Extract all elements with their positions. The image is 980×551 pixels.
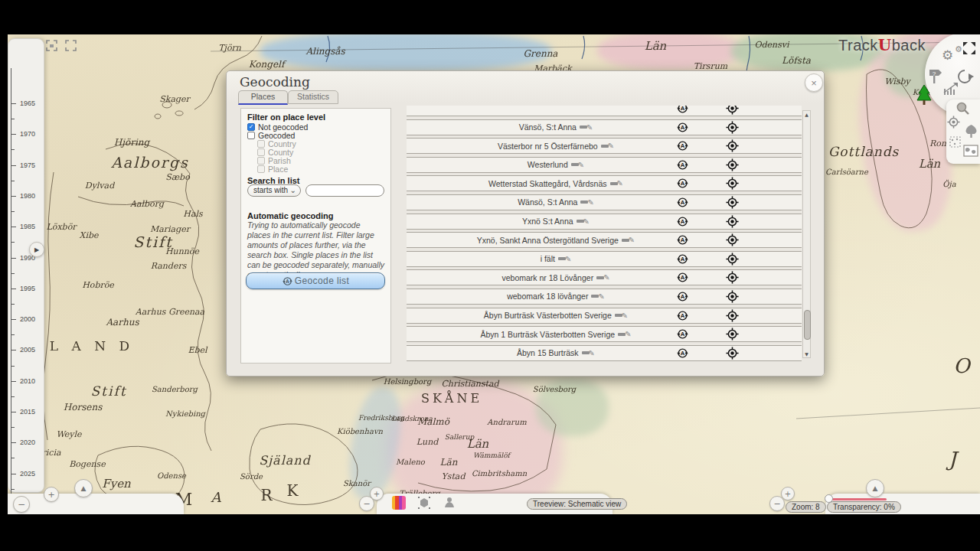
locate-icon[interactable] — [726, 139, 739, 152]
place-name[interactable]: Åbyn 1 Burträsk Västerbotten Sverige✎ — [407, 327, 705, 341]
auto-geocode-icon[interactable]: A — [676, 328, 689, 341]
place-name[interactable]: webomark 18 lövånger✎ — [407, 289, 705, 304]
place-label: Åbyn 1 Burträsk Västerbotten Sverige — [480, 330, 615, 339]
auto-geocode-icon[interactable]: A — [676, 253, 689, 266]
edit-icon[interactable]: ✎ — [601, 142, 614, 150]
map-style-palette-icon[interactable] — [392, 496, 406, 510]
locate-icon[interactable] — [726, 158, 739, 171]
filter-option[interactable]: ✓Not geocoded — [247, 122, 308, 131]
auto-geocode-icon[interactable]: A — [676, 196, 689, 209]
place-name[interactable]: Åbyn Burträsk Västerbotten Sverige✎ — [407, 308, 705, 323]
place-label: webomark 18 lövånger — [507, 292, 588, 301]
table-row: Yxnö, Sankt Anna Östergötland Sverige✎A — [407, 232, 802, 248]
edit-icon[interactable]: ✎ — [618, 330, 631, 338]
edit-icon[interactable]: ✎ — [582, 349, 595, 357]
transparency-slider-track[interactable] — [831, 498, 887, 500]
world-map-icon[interactable] — [963, 145, 978, 157]
edit-icon[interactable]: ✎ — [577, 217, 590, 226]
place-name[interactable]: Wänsö, S:t Anna✎ — [407, 195, 705, 210]
locate-icon[interactable] — [726, 215, 739, 228]
place-name[interactable]: i fält✎ — [407, 252, 705, 266]
tree-marker[interactable] — [916, 84, 933, 106]
locate-icon[interactable] — [726, 347, 739, 360]
statistics-chart-icon[interactable] — [942, 81, 960, 96]
auto-geocode-icon[interactable]: A — [676, 271, 689, 284]
hexagon-cluster-icon[interactable] — [417, 496, 431, 510]
scroll-up-icon[interactable]: ▲ — [803, 112, 810, 117]
locate-icon[interactable] — [726, 271, 739, 284]
locate-icon[interactable] — [726, 106, 739, 115]
treeview-icon[interactable] — [964, 124, 978, 139]
magnifier-icon[interactable] — [956, 101, 970, 116]
search-input[interactable] — [305, 184, 384, 197]
place-name[interactable]: Wetterstad Skattegård, Vårdsnäs✎ — [407, 176, 705, 191]
locate-icon[interactable] — [726, 328, 739, 341]
locate-icon[interactable] — [726, 196, 739, 209]
auto-geocode-icon[interactable]: A — [676, 158, 689, 171]
auto-geocode-icon[interactable]: A — [676, 233, 689, 246]
edit-icon[interactable]: ✎ — [558, 255, 571, 263]
frame-view-icon[interactable] — [64, 39, 77, 52]
svg-text:A: A — [681, 331, 685, 337]
place-name[interactable]: Yxnö, Sankt Anna Östergötland Sverige✎ — [407, 233, 705, 247]
timeline-year-label: 2010 — [20, 377, 35, 385]
edit-icon[interactable]: ✎ — [571, 161, 584, 169]
edit-icon[interactable]: ✎ — [580, 123, 593, 132]
edit-icon[interactable]: ✎ — [580, 198, 593, 207]
locate-icon[interactable] — [726, 233, 739, 246]
auto-geocode-icon[interactable]: A — [676, 139, 689, 152]
timeline-zoom-in-button[interactable]: + — [44, 487, 59, 502]
bottom-left-expand-button[interactable]: ▲ — [74, 479, 93, 497]
map-zoom-out-button[interactable]: − — [769, 496, 785, 511]
transparency-slider-handle[interactable] — [825, 494, 833, 503]
place-label: Västerbor nr 5 Österfärnebo — [498, 142, 598, 151]
restore-view-icon[interactable] — [45, 39, 58, 52]
auto-geocode-icon[interactable]: A — [676, 347, 689, 360]
person-icon[interactable] — [443, 496, 456, 510]
edit-icon[interactable]: ✎ — [615, 311, 628, 320]
tab-places[interactable]: Places — [238, 90, 288, 105]
auto-geocode-icon[interactable]: A — [676, 290, 689, 303]
filter-option[interactable]: Geocoded — [247, 131, 308, 139]
auto-geocode-icon[interactable]: A — [676, 177, 689, 190]
scroll-down-icon[interactable]: ▼ — [803, 351, 810, 357]
locate-icon[interactable] — [726, 309, 739, 322]
bottom-right-expand-button[interactable]: ▲ — [866, 479, 884, 497]
close-button[interactable]: × — [805, 73, 823, 92]
settings-gear-icon[interactable]: ⚙ — [942, 47, 953, 63]
locate-icon[interactable] — [726, 253, 739, 266]
locate-target-icon[interactable] — [947, 116, 960, 129]
timeline-tick — [11, 103, 16, 104]
timeline-zoom-out-button[interactable]: − — [13, 496, 30, 513]
edit-icon[interactable]: ✎ — [622, 236, 635, 244]
place-name[interactable]: Yxnö S:t Anna✎ — [407, 214, 705, 229]
auto-geocode-icon[interactable]: A — [676, 121, 689, 134]
auto-geocode-icon[interactable]: A — [676, 309, 689, 322]
edit-icon[interactable]: ✎ — [596, 273, 609, 282]
search-mode-select[interactable]: starts with ⌄ — [247, 184, 301, 197]
auto-geocode-icon[interactable]: A — [676, 106, 689, 115]
timeline-handle[interactable]: ▶ — [29, 242, 44, 257]
place-name[interactable]: Åbyn 15 Burträsk✎ — [407, 346, 705, 360]
place-name[interactable]: Westerlund✎ — [407, 158, 705, 172]
tab-statistics[interactable]: Statistics — [288, 90, 338, 104]
timeline-panel[interactable]: 1965197019751980198519901995200020052010… — [8, 38, 44, 493]
place-name[interactable]: Vänsö, S:t Anna✎ — [407, 120, 705, 135]
geocode-list-button[interactable]: A Geocode list — [246, 272, 385, 289]
auto-geocode-icon[interactable]: A — [676, 215, 689, 228]
center-minus-button[interactable]: − — [359, 496, 374, 511]
checkbox-icon[interactable] — [247, 132, 255, 139]
scrollbar-thumb[interactable] — [804, 310, 811, 340]
edit-icon[interactable]: ✎ — [591, 292, 604, 301]
list-scrollbar[interactable]: ▲ ▼ — [802, 110, 811, 358]
locate-icon[interactable] — [726, 290, 739, 303]
edit-icon[interactable]: ✎ — [610, 179, 623, 187]
map-selection-icon[interactable] — [949, 135, 962, 148]
locate-icon[interactable] — [726, 177, 739, 190]
locate-icon[interactable] — [726, 121, 739, 134]
place-name[interactable]: Västerbor nr 5 Österfärnebo✎ — [407, 139, 705, 153]
checkbox-checked-icon[interactable]: ✓ — [247, 123, 255, 131]
place-name[interactable]: vebomark nr 18 Lövånger✎ — [407, 270, 705, 285]
timeline-year-label: 1985 — [20, 223, 35, 230]
fullscreen-icon[interactable] — [962, 41, 977, 56]
